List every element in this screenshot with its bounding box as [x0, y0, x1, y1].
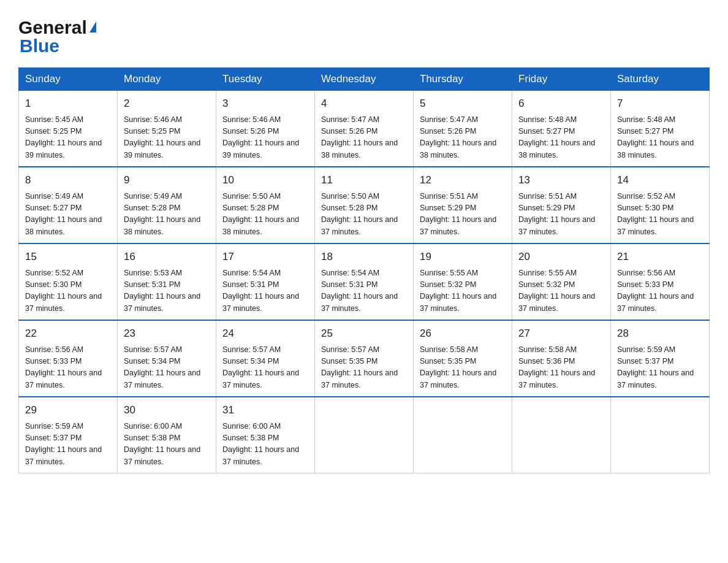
calendar-cell: 15 Sunrise: 5:52 AM Sunset: 5:30 PM Dayl… [19, 243, 118, 320]
calendar-week-1: 1 Sunrise: 5:45 AM Sunset: 5:25 PM Dayli… [19, 91, 710, 167]
cell-info: Sunrise: 6:00 AM Sunset: 5:38 PM Dayligh… [222, 421, 308, 469]
sunset-label: Sunset: 5:28 PM [222, 204, 279, 212]
sunset-label: Sunset: 5:34 PM [124, 357, 180, 366]
calendar-cell: 2 Sunrise: 5:46 AM Sunset: 5:25 PM Dayli… [118, 91, 216, 167]
sunset-label: Sunset: 5:30 PM [617, 204, 673, 212]
day-number: 1 [25, 96, 111, 112]
calendar-cell [512, 397, 611, 473]
daylight-label: Daylight: 11 hours and 38 minutes. [321, 139, 398, 159]
day-number: 21 [617, 249, 703, 265]
calendar-cell: 17 Sunrise: 5:54 AM Sunset: 5:31 PM Dayl… [216, 243, 315, 320]
day-number: 8 [25, 172, 111, 188]
day-number: 3 [222, 96, 308, 112]
daylight-label: Daylight: 11 hours and 37 minutes. [222, 292, 299, 312]
sunrise-label: Sunrise: 5:53 AM [124, 269, 182, 277]
sunset-label: Sunset: 5:27 PM [25, 204, 82, 212]
weekday-header-thursday: Thursday [414, 68, 512, 91]
calendar-cell: 16 Sunrise: 5:53 AM Sunset: 5:31 PM Dayl… [118, 243, 216, 320]
cell-info: Sunrise: 5:57 AM Sunset: 5:35 PM Dayligh… [321, 344, 407, 392]
sunset-label: Sunset: 5:26 PM [321, 127, 377, 136]
sunrise-label: Sunrise: 5:52 AM [25, 269, 83, 277]
calendar-cell: 27 Sunrise: 5:58 AM Sunset: 5:36 PM Dayl… [512, 320, 611, 397]
daylight-label: Daylight: 11 hours and 37 minutes. [25, 292, 102, 312]
sunset-label: Sunset: 5:32 PM [518, 280, 575, 289]
sunset-label: Sunset: 5:38 PM [124, 434, 180, 442]
daylight-label: Daylight: 11 hours and 38 minutes. [518, 139, 595, 159]
sunrise-label: Sunrise: 5:50 AM [222, 192, 281, 201]
sunrise-label: Sunrise: 5:59 AM [617, 345, 675, 354]
daylight-label: Daylight: 11 hours and 37 minutes. [617, 215, 694, 236]
daylight-label: Daylight: 11 hours and 38 minutes. [222, 215, 299, 236]
calendar-cell: 26 Sunrise: 5:58 AM Sunset: 5:35 PM Dayl… [414, 320, 512, 397]
logo-blue-text: Blue [20, 36, 59, 56]
day-number: 17 [222, 249, 308, 265]
sunrise-label: Sunrise: 5:47 AM [420, 115, 478, 124]
calendar-cell: 19 Sunrise: 5:55 AM Sunset: 5:32 PM Dayl… [414, 243, 512, 320]
day-number: 28 [617, 326, 703, 342]
calendar-cell: 11 Sunrise: 5:50 AM Sunset: 5:28 PM Dayl… [315, 167, 414, 243]
sunset-label: Sunset: 5:27 PM [518, 127, 575, 136]
sunrise-label: Sunrise: 5:47 AM [321, 115, 379, 124]
calendar-week-3: 15 Sunrise: 5:52 AM Sunset: 5:30 PM Dayl… [19, 243, 710, 320]
day-number: 18 [321, 249, 407, 265]
sunset-label: Sunset: 5:33 PM [617, 280, 673, 289]
cell-info: Sunrise: 5:54 AM Sunset: 5:31 PM Dayligh… [222, 267, 308, 315]
cell-info: Sunrise: 5:58 AM Sunset: 5:35 PM Dayligh… [420, 344, 506, 392]
cell-info: Sunrise: 5:58 AM Sunset: 5:36 PM Dayligh… [518, 344, 604, 392]
calendar-cell: 21 Sunrise: 5:56 AM Sunset: 5:33 PM Dayl… [611, 243, 710, 320]
day-number: 9 [124, 172, 210, 188]
logo-triangle-icon [89, 21, 96, 33]
sunrise-label: Sunrise: 5:55 AM [420, 269, 478, 277]
sunrise-label: Sunrise: 5:51 AM [420, 192, 478, 201]
calendar-week-5: 29 Sunrise: 5:59 AM Sunset: 5:37 PM Dayl… [19, 397, 710, 473]
day-number: 12 [420, 172, 506, 188]
cell-info: Sunrise: 5:51 AM Sunset: 5:29 PM Dayligh… [518, 191, 604, 239]
cell-info: Sunrise: 5:49 AM Sunset: 5:28 PM Dayligh… [124, 191, 210, 239]
cell-info: Sunrise: 5:50 AM Sunset: 5:28 PM Dayligh… [321, 191, 407, 239]
sunrise-label: Sunrise: 5:58 AM [518, 345, 577, 354]
calendar-cell: 7 Sunrise: 5:48 AM Sunset: 5:27 PM Dayli… [611, 91, 710, 167]
sunrise-label: Sunrise: 6:00 AM [222, 422, 281, 431]
sunset-label: Sunset: 5:37 PM [25, 434, 82, 442]
calendar-week-2: 8 Sunrise: 5:49 AM Sunset: 5:27 PM Dayli… [19, 167, 710, 243]
calendar-cell: 5 Sunrise: 5:47 AM Sunset: 5:26 PM Dayli… [414, 91, 512, 167]
sunset-label: Sunset: 5:27 PM [617, 127, 673, 136]
sunset-label: Sunset: 5:26 PM [420, 127, 476, 136]
calendar-cell [414, 397, 512, 473]
day-number: 22 [25, 326, 111, 342]
sunrise-label: Sunrise: 5:59 AM [25, 422, 83, 431]
sunset-label: Sunset: 5:29 PM [420, 204, 476, 212]
day-number: 2 [124, 96, 210, 112]
sunrise-label: Sunrise: 5:54 AM [222, 269, 281, 277]
sunset-label: Sunset: 5:36 PM [518, 357, 575, 366]
cell-info: Sunrise: 5:46 AM Sunset: 5:26 PM Dayligh… [222, 114, 308, 162]
daylight-label: Daylight: 11 hours and 38 minutes. [124, 215, 200, 236]
day-number: 31 [222, 402, 308, 418]
sunset-label: Sunset: 5:31 PM [124, 280, 180, 289]
sunset-label: Sunset: 5:25 PM [124, 127, 180, 136]
daylight-label: Daylight: 11 hours and 38 minutes. [420, 139, 496, 159]
sunrise-label: Sunrise: 5:48 AM [518, 115, 577, 124]
day-number: 20 [518, 249, 604, 265]
cell-info: Sunrise: 5:49 AM Sunset: 5:27 PM Dayligh… [25, 191, 111, 239]
sunset-label: Sunset: 5:31 PM [222, 280, 279, 289]
daylight-label: Daylight: 11 hours and 37 minutes. [420, 215, 496, 236]
day-number: 10 [222, 172, 308, 188]
calendar-cell: 18 Sunrise: 5:54 AM Sunset: 5:31 PM Dayl… [315, 243, 414, 320]
sunrise-label: Sunrise: 5:45 AM [25, 115, 83, 124]
sunset-label: Sunset: 5:25 PM [25, 127, 82, 136]
sunrise-label: Sunrise: 5:57 AM [124, 345, 182, 354]
cell-info: Sunrise: 5:47 AM Sunset: 5:26 PM Dayligh… [321, 114, 407, 162]
daylight-label: Daylight: 11 hours and 37 minutes. [321, 215, 398, 236]
daylight-label: Daylight: 11 hours and 37 minutes. [222, 369, 299, 389]
calendar-cell: 20 Sunrise: 5:55 AM Sunset: 5:32 PM Dayl… [512, 243, 611, 320]
sunrise-label: Sunrise: 5:48 AM [617, 115, 675, 124]
sunrise-label: Sunrise: 5:46 AM [124, 115, 182, 124]
daylight-label: Daylight: 11 hours and 37 minutes. [321, 369, 398, 389]
calendar-table: SundayMondayTuesdayWednesdayThursdayFrid… [18, 67, 710, 473]
cell-info: Sunrise: 5:56 AM Sunset: 5:33 PM Dayligh… [617, 267, 703, 315]
cell-info: Sunrise: 5:51 AM Sunset: 5:29 PM Dayligh… [420, 191, 506, 239]
sunrise-label: Sunrise: 5:55 AM [518, 269, 577, 277]
cell-info: Sunrise: 5:46 AM Sunset: 5:25 PM Dayligh… [124, 114, 210, 162]
calendar-cell: 8 Sunrise: 5:49 AM Sunset: 5:27 PM Dayli… [19, 167, 118, 243]
